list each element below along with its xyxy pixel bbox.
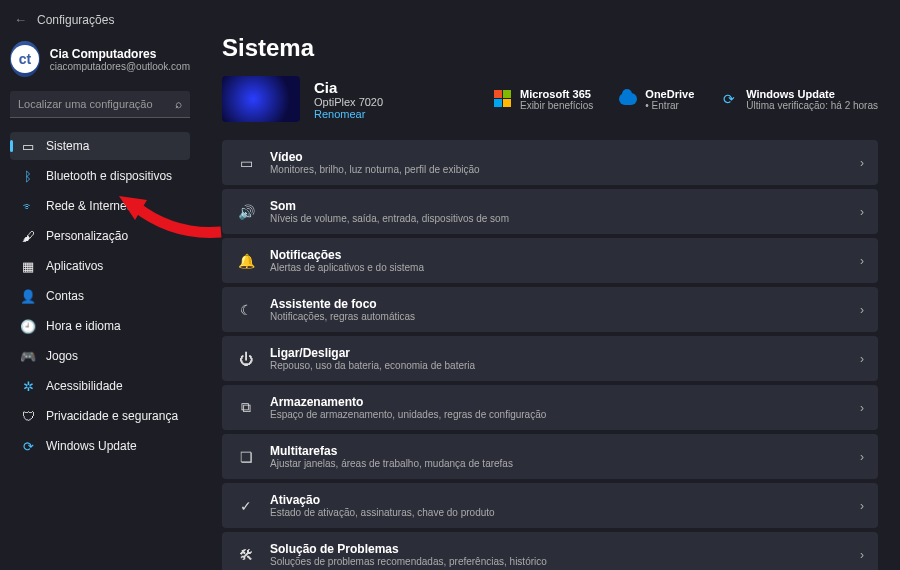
nav-icon: ▦ bbox=[20, 258, 36, 274]
sidebar-item-acessibilidade[interactable]: ✲Acessibilidade bbox=[10, 372, 190, 400]
service-sub: Exibir benefícios bbox=[520, 100, 593, 111]
nav-label: Acessibilidade bbox=[46, 379, 123, 393]
device-box[interactable]: Cia OptiPlex 7020 Renomear bbox=[222, 76, 383, 122]
nav-icon: ᯤ bbox=[20, 198, 36, 214]
search-box[interactable]: ⌕ bbox=[10, 91, 190, 118]
card-notifica-es[interactable]: 🔔NotificaçõesAlertas de aplicativos e do… bbox=[222, 238, 878, 283]
nav-list: ▭SistemaᛒBluetooth e dispositivosᯤRede &… bbox=[10, 132, 190, 460]
rename-link[interactable]: Renomear bbox=[314, 108, 383, 120]
card-icon: ▭ bbox=[236, 153, 256, 173]
service-title: Microsoft 365 bbox=[520, 88, 593, 100]
nav-icon: 👤 bbox=[20, 288, 36, 304]
card-som[interactable]: 🔊SomNíveis de volume, saída, entrada, di… bbox=[222, 189, 878, 234]
avatar: ct bbox=[10, 41, 40, 77]
window-title: Configurações bbox=[37, 13, 114, 27]
nav-icon: ▭ bbox=[20, 138, 36, 154]
sidebar-item-windows-update[interactable]: ⟳Windows Update bbox=[10, 432, 190, 460]
nav-label: Hora e idioma bbox=[46, 319, 121, 333]
card-icon: 🔔 bbox=[236, 251, 256, 271]
chevron-right-icon: › bbox=[860, 303, 864, 317]
nav-icon: 🛡 bbox=[20, 408, 36, 424]
card-title: Vídeo bbox=[270, 150, 846, 164]
card-multitarefas[interactable]: ❏MultitarefasAjustar janelas, áreas de t… bbox=[222, 434, 878, 479]
card-icon: ⧉ bbox=[236, 398, 256, 418]
nav-label: Aplicativos bbox=[46, 259, 103, 273]
device-info-row: Cia OptiPlex 7020 Renomear Microsoft 365… bbox=[222, 76, 878, 122]
nav-label: Windows Update bbox=[46, 439, 137, 453]
sidebar-item-jogos[interactable]: 🎮Jogos bbox=[10, 342, 190, 370]
service-sub: • Entrar bbox=[645, 100, 694, 111]
page-title: Sistema bbox=[222, 34, 878, 62]
card-sub: Ajustar janelas, áreas de trabalho, muda… bbox=[270, 458, 846, 469]
back-row: ← Configurações bbox=[10, 12, 190, 27]
nav-icon: 🖌 bbox=[20, 228, 36, 244]
chevron-right-icon: › bbox=[860, 205, 864, 219]
sidebar-item-bluetooth-e-dispositivos[interactable]: ᛒBluetooth e dispositivos bbox=[10, 162, 190, 190]
card-armazenamento[interactable]: ⧉ArmazenamentoEspaço de armazenamento, u… bbox=[222, 385, 878, 430]
card-title: Armazenamento bbox=[270, 395, 846, 409]
card-ativa-o[interactable]: ✓AtivaçãoEstado de ativação, assinaturas… bbox=[222, 483, 878, 528]
card-title: Ativação bbox=[270, 493, 846, 507]
device-model: OptiPlex 7020 bbox=[314, 96, 383, 108]
nav-icon: ᛒ bbox=[20, 168, 36, 184]
chevron-right-icon: › bbox=[860, 352, 864, 366]
update-icon: ⟳ bbox=[723, 91, 735, 107]
card-sub: Níveis de volume, saída, entrada, dispos… bbox=[270, 213, 846, 224]
card-ligar-desligar[interactable]: ⏻Ligar/DesligarRepouso, uso da bateria, … bbox=[222, 336, 878, 381]
card-icon: ☾ bbox=[236, 300, 256, 320]
card-icon: 🔊 bbox=[236, 202, 256, 222]
back-icon[interactable]: ← bbox=[14, 12, 27, 27]
card-icon: ⏻ bbox=[236, 349, 256, 369]
card-solu-o-de-problemas[interactable]: 🛠Solução de ProblemasSoluções de problem… bbox=[222, 532, 878, 570]
chevron-right-icon: › bbox=[860, 499, 864, 513]
nav-label: Sistema bbox=[46, 139, 89, 153]
profile-name: Cia Computadores bbox=[50, 47, 190, 61]
sidebar-item-sistema[interactable]: ▭Sistema bbox=[10, 132, 190, 160]
sidebar: ← Configurações ct Cia Computadores ciac… bbox=[0, 0, 200, 570]
microsoft-icon bbox=[494, 90, 511, 107]
card-title: Multitarefas bbox=[270, 444, 846, 458]
card-sub: Soluções de problemas recomendadas, pref… bbox=[270, 556, 846, 567]
search-input[interactable] bbox=[10, 91, 190, 118]
sidebar-item-aplicativos[interactable]: ▦Aplicativos bbox=[10, 252, 190, 280]
service-title: Windows Update bbox=[746, 88, 878, 100]
chevron-right-icon: › bbox=[860, 254, 864, 268]
card-sub: Repouso, uso da bateria, economia de bat… bbox=[270, 360, 846, 371]
sidebar-item-contas[interactable]: 👤Contas bbox=[10, 282, 190, 310]
sidebar-item-hora-e-idioma[interactable]: 🕘Hora e idioma bbox=[10, 312, 190, 340]
nav-icon: ⟳ bbox=[20, 438, 36, 454]
service-windows-update[interactable]: ⟳Windows UpdateÚltima verificação: há 2 … bbox=[720, 88, 878, 111]
card-title: Som bbox=[270, 199, 846, 213]
chevron-right-icon: › bbox=[860, 401, 864, 415]
card-sub: Notificações, regras automáticas bbox=[270, 311, 846, 322]
chevron-right-icon: › bbox=[860, 450, 864, 464]
avatar-initials: ct bbox=[11, 45, 39, 73]
nav-icon: ✲ bbox=[20, 378, 36, 394]
nav-label: Bluetooth e dispositivos bbox=[46, 169, 172, 183]
card-sub: Estado de ativação, assinaturas, chave d… bbox=[270, 507, 846, 518]
onedrive-icon bbox=[619, 93, 637, 105]
service-microsoft-[interactable]: Microsoft 365Exibir benefícios bbox=[494, 88, 593, 111]
card-v-deo[interactable]: ▭VídeoMonitores, brilho, luz noturna, pe… bbox=[222, 140, 878, 185]
search-icon[interactable]: ⌕ bbox=[175, 97, 182, 111]
card-title: Solução de Problemas bbox=[270, 542, 846, 556]
profile-email: ciacomputadores@outlook.com bbox=[50, 61, 190, 72]
card-sub: Alertas de aplicativos e do sistema bbox=[270, 262, 846, 273]
device-name: Cia bbox=[314, 79, 383, 96]
sidebar-item-privacidade-e-seguran-a[interactable]: 🛡Privacidade e segurança bbox=[10, 402, 190, 430]
card-icon: 🛠 bbox=[236, 545, 256, 565]
nav-icon: 🎮 bbox=[20, 348, 36, 364]
nav-label: Privacidade e segurança bbox=[46, 409, 178, 423]
card-assistente-de-foco[interactable]: ☾Assistente de focoNotificações, regras … bbox=[222, 287, 878, 332]
annotation-arrow-icon bbox=[113, 192, 225, 240]
settings-cards: ▭VídeoMonitores, brilho, luz noturna, pe… bbox=[222, 140, 878, 570]
nav-label: Jogos bbox=[46, 349, 78, 363]
service-sub: Última verificação: há 2 horas bbox=[746, 100, 878, 111]
card-title: Ligar/Desligar bbox=[270, 346, 846, 360]
chevron-right-icon: › bbox=[860, 548, 864, 562]
profile[interactable]: ct Cia Computadores ciacomputadores@outl… bbox=[10, 41, 190, 77]
card-sub: Espaço de armazenamento, unidades, regra… bbox=[270, 409, 846, 420]
card-title: Notificações bbox=[270, 248, 846, 262]
service-onedrive[interactable]: OneDrive• Entrar bbox=[619, 88, 694, 111]
nav-icon: 🕘 bbox=[20, 318, 36, 334]
